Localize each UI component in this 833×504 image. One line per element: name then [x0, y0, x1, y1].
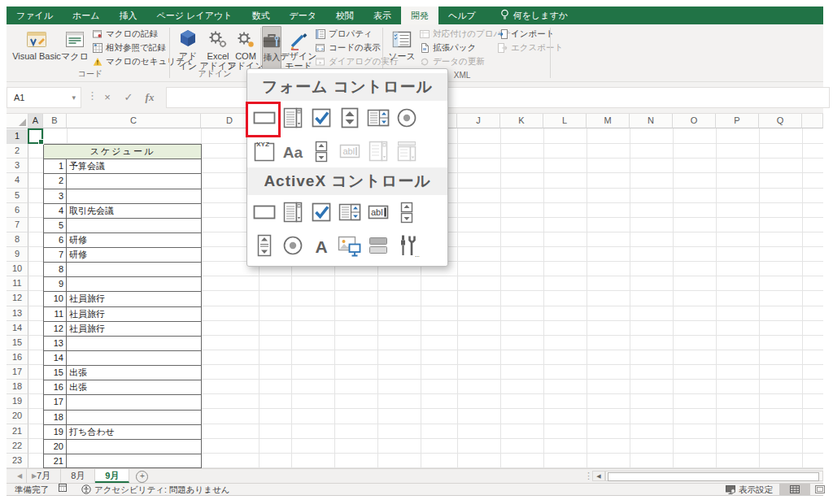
activex-more-controls-button[interactable]: ... [392, 231, 421, 260]
activex-toggle-button-control[interactable] [364, 231, 392, 260]
column-header-A[interactable]: A [28, 114, 43, 128]
form-combo-box-control[interactable] [278, 103, 307, 133]
column-header-C[interactable]: C [67, 114, 201, 128]
cancel-formula-button[interactable]: × [98, 87, 117, 108]
activex-spin-button-control[interactable] [392, 198, 421, 227]
schedule-table-row: 21 [44, 454, 201, 468]
relative-references-button[interactable]: 相対参照で記録 [93, 41, 166, 54]
form-check-box-control[interactable] [307, 103, 335, 133]
activex-command-button-control[interactable] [250, 198, 278, 227]
enter-formula-button[interactable]: ✓ [119, 87, 138, 108]
column-header-B[interactable]: B [43, 114, 67, 128]
macro-record-button[interactable] [59, 484, 67, 492]
row-header-2[interactable]: 2 [7, 144, 28, 159]
ribbon-tab-8[interactable]: 表示 [364, 7, 401, 24]
sheet-nav-left-icon[interactable]: ◀ [13, 469, 26, 483]
activex-label-control[interactable]: A [307, 231, 335, 260]
row-header-3[interactable]: 3 [7, 159, 28, 173]
activex-check-box-control[interactable] [307, 198, 335, 227]
sheet-tab-2[interactable]: 8月 [61, 469, 95, 483]
activex-list-box-control[interactable] [335, 198, 364, 227]
ribbon-tab-4[interactable]: ページ レイアウト [147, 7, 242, 24]
column-header-J[interactable]: J [457, 114, 500, 128]
insert-function-button[interactable]: fx [140, 87, 159, 108]
formula-bar-splitter[interactable]: ⋮ [87, 89, 98, 102]
row-header-19[interactable]: 19 [7, 394, 28, 409]
fill-handle[interactable] [38, 139, 44, 145]
horizontal-scrollbar[interactable] [605, 471, 823, 481]
row-header-17[interactable]: 17 [7, 365, 28, 380]
tell-me[interactable]: 何をしますか [492, 7, 576, 24]
column-header-N[interactable]: N [630, 114, 673, 128]
ribbon-tab-10[interactable]: ヘルプ [438, 7, 486, 24]
accessibility-status[interactable]: アクセシビリティ: 問題ありません [81, 484, 230, 495]
row-header-1[interactable]: 1 [7, 129, 28, 144]
activex-image-control[interactable] [335, 231, 364, 260]
name-box[interactable]: A1 ▾ [7, 87, 81, 108]
row-header-22[interactable]: 22 [7, 439, 28, 454]
hscroll-thumb[interactable] [608, 472, 819, 481]
schedule-event-label [67, 411, 201, 424]
name-box-dropdown-icon[interactable]: ▾ [72, 88, 76, 107]
hscroll-left-icon[interactable]: ◀ [592, 471, 605, 481]
ribbon-tab-3[interactable]: 挿入 [110, 7, 147, 24]
ribbon-tab-9[interactable]: 開発 [401, 7, 438, 24]
form-list-box-control[interactable] [364, 103, 392, 133]
svg-text:Aa: Aa [282, 144, 303, 161]
row-header-4[interactable]: 4 [7, 173, 28, 188]
schedule-table-row: 20 [44, 440, 201, 454]
row-header-11[interactable]: 11 [7, 276, 28, 291]
record-macro-button[interactable]: マクロの記録 [93, 28, 158, 40]
form-group-box-control[interactable]: XYZ [250, 137, 278, 166]
design-mode-label-1: デザイン [280, 52, 316, 61]
column-header-M[interactable]: M [587, 114, 630, 128]
expansion-packs-button[interactable]: 拡張パック [420, 41, 476, 54]
row-header-20[interactable]: 20 [7, 409, 28, 424]
column-header-blank[interactable] [802, 114, 823, 128]
page-layout-view-button[interactable] [813, 484, 826, 495]
column-header-P[interactable]: P [716, 114, 759, 128]
import-button[interactable]: インポート [498, 28, 554, 40]
column-header-L[interactable]: L [543, 114, 587, 128]
select-all-corner[interactable] [7, 114, 28, 128]
normal-view-button[interactable] [779, 484, 810, 495]
schedule-day-number: 20 [44, 440, 67, 454]
ribbon-tab-2[interactable]: ホーム [63, 7, 110, 24]
row-header-16[interactable]: 16 [7, 350, 28, 365]
row-header-23[interactable]: 23 [7, 454, 28, 468]
row-header-9[interactable]: 9 [7, 247, 28, 262]
ribbon-tab-7[interactable]: 校閲 [326, 7, 364, 24]
form-option-button-control[interactable] [392, 103, 421, 133]
row-header-6[interactable]: 6 [7, 203, 28, 218]
ribbon-tab-6[interactable]: データ [279, 7, 326, 24]
ribbon-tab-1[interactable]: ファイル [7, 7, 63, 24]
row-header-14[interactable]: 14 [7, 321, 28, 336]
activex-option-button-control[interactable] [278, 231, 307, 260]
row-header-8[interactable]: 8 [7, 232, 28, 247]
sheet-tab-3[interactable]: 9月 [95, 469, 129, 483]
schedule-event-label [67, 440, 201, 454]
sheet-nav-right-icon[interactable]: ▶ [28, 469, 41, 483]
display-settings-button[interactable]: 表示設定 [726, 484, 773, 495]
view-code-button[interactable]: コードの表示 [316, 41, 381, 54]
row-header-15[interactable]: 15 [7, 336, 28, 350]
row-header-13[interactable]: 13 [7, 306, 28, 321]
properties-button[interactable]: プロパティ [316, 28, 373, 40]
activex-scroll-bar-control[interactable] [250, 231, 278, 260]
row-header-7[interactable]: 7 [7, 218, 28, 232]
activex-combo-box-control[interactable] [278, 198, 307, 227]
row-header-12[interactable]: 12 [7, 291, 28, 306]
ribbon-tab-5[interactable]: 数式 [242, 7, 279, 24]
activex-text-box-control[interactable]: abl [364, 198, 392, 227]
form-label-control[interactable]: Aa [278, 137, 307, 166]
column-header-Q[interactable]: Q [759, 114, 802, 128]
row-header-18[interactable]: 18 [7, 380, 28, 394]
column-header-O[interactable]: O [673, 114, 716, 128]
row-header-5[interactable]: 5 [7, 189, 28, 203]
new-sheet-button[interactable]: + [136, 471, 148, 483]
form-scroll-bar-control[interactable] [307, 137, 335, 166]
row-header-21[interactable]: 21 [7, 424, 28, 439]
form-spin-button-control[interactable] [335, 103, 364, 133]
column-header-K[interactable]: K [500, 114, 543, 128]
row-header-10[interactable]: 10 [7, 262, 28, 276]
